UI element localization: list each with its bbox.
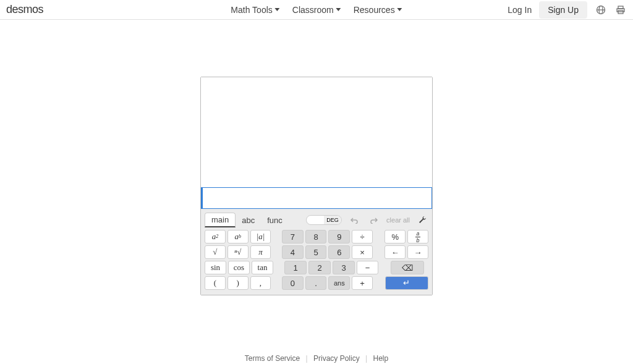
- key-7[interactable]: 7: [282, 230, 304, 243]
- footer-sep: |: [365, 354, 367, 363]
- calculator-container: main abc func DEG clear all: [0, 20, 633, 295]
- key-lparen[interactable]: (: [205, 276, 226, 290]
- key-1[interactable]: 1: [284, 261, 307, 274]
- nav-classroom-label: Classroom: [292, 5, 334, 15]
- key-sin[interactable]: sin: [205, 261, 226, 274]
- key-backspace[interactable]: ⌫: [391, 261, 424, 274]
- key-4[interactable]: 4: [282, 245, 304, 259]
- frac-num: a: [417, 231, 420, 236]
- expression-input[interactable]: [201, 187, 432, 209]
- key-multiply[interactable]: ×: [352, 245, 373, 259]
- key-6[interactable]: 6: [328, 245, 350, 259]
- key-add[interactable]: +: [352, 276, 373, 290]
- chevron-down-icon: [336, 8, 341, 11]
- key-subtract[interactable]: −: [357, 261, 378, 274]
- print-icon[interactable]: [614, 4, 627, 16]
- nav-resources[interactable]: Resources: [354, 5, 402, 15]
- key-enter[interactable]: ↵: [385, 276, 428, 290]
- calculator: main abc func DEG clear all: [200, 77, 433, 295]
- header-bar: desmos Math Tools Classroom Resources Lo…: [0, 0, 633, 20]
- nav-math-tools-label: Math Tools: [231, 5, 272, 15]
- key-tan[interactable]: tan: [252, 261, 273, 274]
- mode-deg[interactable]: DEG: [324, 216, 341, 224]
- header-right: Log In Sign Up: [508, 1, 627, 19]
- key-power[interactable]: ab: [227, 230, 249, 243]
- undo-button[interactable]: [347, 214, 362, 226]
- footer-terms[interactable]: Terms of Service: [245, 354, 300, 363]
- key-percent[interactable]: %: [384, 230, 406, 243]
- main-nav: Math Tools Classroom Resources: [231, 5, 402, 15]
- nav-resources-label: Resources: [354, 5, 395, 15]
- chevron-down-icon: [275, 8, 280, 11]
- language-icon[interactable]: [595, 4, 607, 16]
- tabs-row: main abc func DEG clear all: [205, 213, 428, 227]
- tab-func[interactable]: func: [261, 214, 289, 227]
- nav-classroom[interactable]: Classroom: [292, 5, 341, 15]
- nav-math-tools[interactable]: Math Tools: [231, 5, 279, 15]
- key-abs[interactable]: |a|: [250, 230, 271, 243]
- key-nroot[interactable]: ⁿ√: [227, 245, 249, 259]
- key-fraction[interactable]: a b: [407, 230, 428, 243]
- footer: Terms of Service | Privacy Policy | Help: [0, 354, 633, 363]
- key-pi[interactable]: π: [250, 245, 271, 259]
- fraction-icon: a b: [415, 231, 420, 243]
- signup-button[interactable]: Sign Up: [539, 1, 587, 19]
- key-2[interactable]: 2: [308, 261, 331, 274]
- key-0[interactable]: 0: [282, 276, 304, 290]
- chevron-down-icon: [397, 8, 402, 11]
- key-rparen[interactable]: ): [227, 276, 249, 290]
- key-8[interactable]: 8: [305, 230, 327, 243]
- settings-icon[interactable]: [416, 214, 428, 226]
- clear-all-button[interactable]: clear all: [386, 216, 410, 224]
- key-grid: a2 ab |a| 7 8 9 ÷ % a b: [205, 230, 428, 290]
- key-5[interactable]: 5: [305, 245, 327, 259]
- frac-den: b: [417, 238, 420, 243]
- header-left: desmos: [6, 3, 43, 16]
- login-link[interactable]: Log In: [508, 5, 532, 15]
- footer-help[interactable]: Help: [373, 354, 388, 363]
- key-cos[interactable]: cos: [228, 261, 250, 274]
- tab-abc[interactable]: abc: [236, 214, 261, 227]
- key-3[interactable]: 3: [333, 261, 355, 274]
- display-area: [201, 77, 432, 187]
- key-sqrt[interactable]: √: [205, 245, 226, 259]
- key-divide[interactable]: ÷: [352, 230, 373, 243]
- key-right[interactable]: →: [407, 245, 428, 259]
- footer-privacy[interactable]: Privacy Policy: [313, 354, 360, 363]
- logo[interactable]: desmos: [6, 3, 43, 16]
- tab-main[interactable]: main: [205, 213, 236, 227]
- footer-sep: |: [306, 354, 308, 363]
- angle-mode-toggle[interactable]: DEG: [306, 215, 342, 225]
- keyboard: main abc func DEG clear all: [201, 209, 432, 295]
- redo-button[interactable]: [367, 214, 381, 226]
- key-square[interactable]: a2: [205, 230, 226, 243]
- key-ans[interactable]: ans: [328, 276, 350, 290]
- key-dot[interactable]: .: [305, 276, 327, 290]
- key-9[interactable]: 9: [328, 230, 350, 243]
- key-comma[interactable]: ,: [250, 276, 271, 290]
- key-power-base: a: [234, 232, 239, 242]
- key-left[interactable]: ←: [384, 245, 406, 259]
- svg-rect-3: [618, 6, 623, 9]
